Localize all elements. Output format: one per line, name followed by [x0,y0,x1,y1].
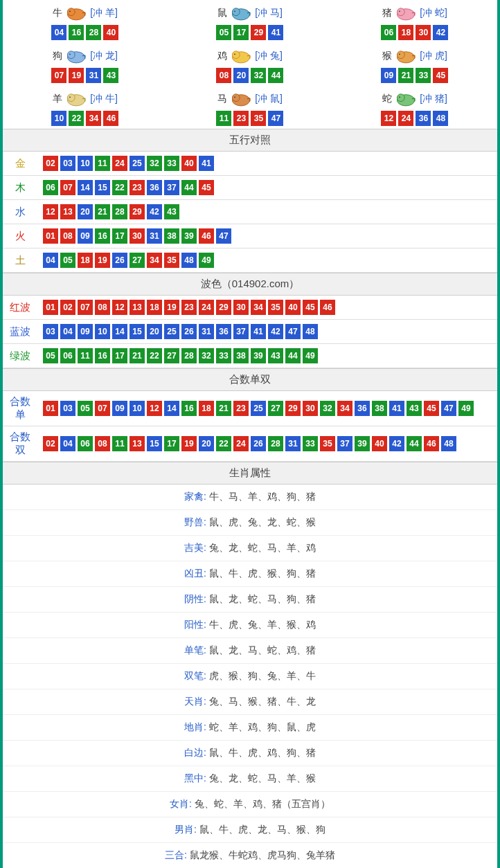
attr-val: 兔、龙、蛇、马、羊、鸡 [209,542,316,553]
number-chip: 49 [458,401,474,416]
attr-key: 黑中: [184,772,209,784]
attr-val: 鼠、牛、虎、龙、马、猴、狗 [199,824,325,835]
number-chip: 12 [147,401,162,416]
number-chip: 45 [199,180,214,195]
zodiac-name: 蛇 [382,93,392,105]
table-row: 木 06071415222336374445 [3,176,497,200]
number-chip: 38 [372,401,387,416]
svg-point-26 [399,96,400,98]
number-chip: 09 [78,324,93,339]
number-chip: 26 [181,324,197,339]
attr-val: 鼠、牛、虎、鸡、狗、猪 [209,747,316,758]
number-chip: 44 [181,180,197,195]
number-chip: 05 [43,348,58,363]
number-chip: 47 [268,111,283,126]
attr-row: 阴性: 鼠、龙、蛇、马、狗、猪 [3,587,497,613]
number-chip: 19 [95,253,110,268]
section-head-heshu: 合数单双 [3,368,497,391]
number-chip: 23 [233,401,249,416]
svg-point-2 [69,10,71,12]
row-label: 蓝波 [3,320,37,344]
table-row: 合数单 010305070910121416182123252729303234… [3,391,497,426]
svg-point-20 [69,96,71,98]
row-nums: 0102070812131819232429303435404546 [37,296,497,320]
row-label: 绿波 [3,344,37,368]
number-chip: 01 [43,228,58,244]
number-chip: 30 [303,401,318,416]
number-chip: 43 [164,204,179,219]
number-chip: 31 [147,228,162,244]
zodiac-name: 鼠 [217,7,227,19]
number-chip: 40 [103,25,118,40]
attr-row: 男肖: 鼠、牛、虎、龙、马、猴、狗 [3,817,497,843]
number-chip: 20 [233,68,249,83]
number-chip: 20 [78,204,93,219]
number-chip: 23 [130,180,145,195]
number-chip: 45 [433,68,448,83]
number-chip: 17 [233,25,249,40]
number-chip: 10 [51,111,66,126]
snake-icon [393,90,418,108]
svg-point-1 [68,8,75,16]
number-chip: 33 [216,348,231,363]
number-chip: 40 [181,156,197,171]
number-chip: 37 [233,324,249,339]
attr-row: 单笔: 鼠、龙、马、蛇、鸡、猪 [3,638,497,664]
attr-row: 天肖: 兔、马、猴、猪、牛、龙 [3,689,497,715]
zodiac-name: 猪 [382,7,392,19]
number-chip: 08 [95,300,110,315]
zodiac-cell: 牛 [冲 羊] 04162840 [3,0,168,43]
number-chip: 47 [441,401,456,416]
number-chip: 25 [251,401,266,416]
number-chip: 28 [86,25,101,40]
number-chip: 35 [320,436,335,451]
number-chip: 25 [164,324,179,339]
number-chip: 47 [216,228,231,244]
attr-row: 地肖: 蛇、羊、鸡、狗、鼠、虎 [3,715,497,741]
number-chip: 06 [78,436,93,451]
number-chip: 14 [78,180,93,195]
rat-icon [229,4,253,22]
number-chip: 42 [389,436,404,451]
zodiac-conflict: [冲 牛] [90,93,118,105]
svg-point-5 [234,10,235,12]
number-chip: 26 [251,436,266,451]
number-chip: 05 [60,253,75,268]
attr-row: 阳性: 牛、虎、兔、羊、猴、鸡 [3,613,497,638]
number-chip: 19 [181,436,197,451]
number-chip: 43 [103,68,118,83]
number-chip: 49 [199,253,214,268]
row-nums: 0108091617303138394647 [37,224,497,248]
number-chip: 22 [216,436,231,451]
number-chip: 03 [60,156,75,171]
number-chip: 02 [60,300,75,315]
number-chip: 41 [389,401,404,416]
number-chip: 34 [86,111,101,126]
attr-key: 吉美: [184,542,209,553]
number-chip: 38 [233,348,249,363]
number-chip: 25 [130,156,145,171]
row-label: 合数单 [3,391,37,426]
number-chip: 46 [103,111,118,126]
number-chip: 09 [78,228,93,244]
num-row: 06183042 [332,25,497,40]
number-chip: 22 [69,111,84,126]
number-chip: 17 [164,436,179,451]
row-label: 水 [3,200,37,224]
zodiac-cell: 鸡 [冲 兔] 08203244 [168,43,332,86]
svg-point-23 [234,96,235,98]
number-chip: 45 [424,401,439,416]
svg-point-25 [398,94,405,102]
number-chip: 02 [43,436,58,451]
number-chip: 28 [268,436,283,451]
row-nums: 0204060811131517192022242628313335373940… [37,426,497,462]
section-head-bose: 波色（014902.com） [3,273,497,296]
zodiac-conflict: [冲 兔] [255,50,283,62]
zodiac-name: 猴 [382,50,392,62]
number-chip: 14 [112,324,127,339]
number-chip: 31 [86,68,101,83]
number-chip: 40 [285,300,301,315]
number-chip: 08 [216,68,231,83]
number-chip: 33 [416,68,431,83]
zodiac-grid: 牛 [冲 羊] 04162840 鼠 [冲 马] 05172941 猪 [冲 蛇… [3,0,497,129]
